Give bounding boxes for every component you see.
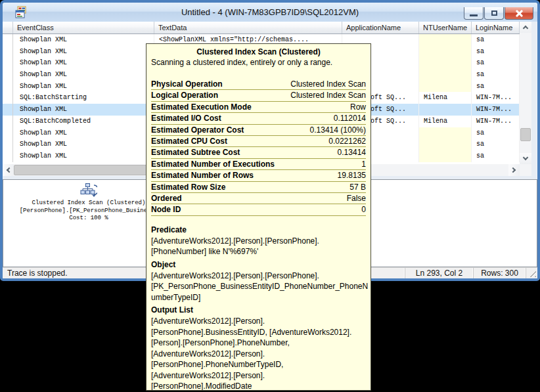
tooltip-property-row: Estimated Operator Cost 0.13414 (100%)	[151, 125, 366, 136]
scroll-down-button[interactable]	[520, 153, 531, 164]
column-header-loginname[interactable]: LoginName	[472, 22, 520, 33]
ntusername-cell	[419, 69, 472, 81]
resize-grip[interactable]	[526, 268, 537, 278]
loginname-cell: sa	[472, 127, 520, 139]
section-text-line: [PersonPhone].BusinessEntityID, [Adventu…	[151, 327, 366, 338]
ntusername-cell	[419, 34, 472, 46]
row-selector-cell	[3, 127, 13, 139]
cursor-position-panel: Ln 293, Col 2	[405, 268, 473, 278]
tooltip-section: Object [AdventureWorks2012].[Person].[Pe…	[151, 259, 366, 303]
property-label: Estimated CPU Cost	[151, 137, 227, 146]
ntusername-cell	[419, 104, 472, 116]
loginname-cell: sa	[472, 57, 520, 69]
loginname-cell: sa	[472, 34, 520, 46]
eventclass-cell: Showplan XML	[13, 57, 154, 69]
row-selector-cell	[3, 34, 13, 46]
chevron-left-icon	[7, 167, 12, 173]
scrollbar-corner	[520, 164, 531, 176]
desktop-background: Untitled - 4 (WIN-7M83GPB7ID9\SQL2012VM)…	[0, 0, 540, 392]
grid-header-row: EventClass TextData ApplicationName NTUs…	[3, 22, 520, 34]
loginname-cell: sa	[472, 139, 520, 150]
tooltip-section: Predicate [AdventureWorks2012].[Person].…	[151, 225, 366, 257]
loginname-cell: WIN-7M...	[472, 92, 520, 104]
loginname-cell: sa	[472, 69, 520, 81]
operator-tooltip: Clustered Index Scan (Clustered) Scannin…	[146, 43, 371, 391]
property-label: Estimated I/O Cost	[151, 114, 221, 123]
window-title: Untitled - 4 (WIN-7M83GPB7ID9\SQL2012VM)	[3, 3, 537, 22]
tooltip-property-row: Estimated Execution Mode Row	[151, 102, 366, 113]
property-value: 0	[361, 205, 366, 214]
property-label: Node ID	[151, 205, 181, 214]
column-header-applicationname[interactable]: ApplicationName	[342, 22, 419, 33]
section-text-line: [PersonPhone].ModifiedDate	[151, 381, 366, 391]
loginname-cell: sa	[472, 46, 520, 58]
loginname-cell: sa	[472, 150, 520, 162]
eventclass-cell: Showplan XML	[13, 81, 154, 93]
close-icon	[515, 9, 523, 17]
column-header-textdata[interactable]: TextData	[154, 22, 342, 33]
horizontal-scrollbar-thumb[interactable]	[14, 165, 147, 175]
scroll-left-button[interactable]	[3, 164, 14, 176]
property-label: Estimated Number of Executions	[151, 160, 275, 169]
row-selector-cell	[3, 150, 13, 162]
column-header-ntusername[interactable]: NTUserName	[419, 22, 472, 33]
plan-node-label-line: Cost: 100 %	[12, 215, 165, 223]
property-value: 0.13414	[338, 148, 366, 157]
vertical-scrollbar-thumb[interactable]	[520, 128, 531, 141]
tooltip-sections: Predicate [AdventureWorks2012].[Person].…	[151, 225, 366, 391]
minimize-button[interactable]	[464, 7, 484, 20]
chevron-down-icon	[523, 155, 528, 160]
section-text-line: [AdventureWorks2012].[Person].	[151, 370, 366, 381]
tooltip-property-row: Ordered False	[151, 193, 366, 204]
window-controls	[464, 7, 533, 20]
section-text-line: [AdventureWorks2012].[Person].[PersonPho…	[151, 271, 366, 282]
property-value: 19.8135	[338, 171, 366, 180]
property-label: Estimated Row Size	[151, 183, 225, 192]
tooltip-property-row: Estimated Number of Executions 1	[151, 159, 366, 170]
ntusername-cell	[419, 46, 472, 58]
column-header-eventclass[interactable]: EventClass	[13, 22, 154, 33]
row-selector-cell	[3, 57, 13, 69]
eventclass-cell: SQL:BatchCompleted	[13, 116, 154, 127]
tooltip-description: Scanning a clustered index, entirely or …	[151, 58, 366, 67]
row-selector-cell	[3, 92, 13, 104]
property-value: False	[347, 194, 366, 203]
eventclass-cell: Showplan XML	[13, 46, 154, 58]
row-count-panel: Rows: 300	[473, 268, 526, 278]
clustered-index-scan-icon	[80, 183, 97, 198]
property-label: Logical Operation	[151, 91, 218, 100]
property-value: 1	[361, 160, 366, 169]
section-text-line: [PersonPhone].PhoneNumberTypeID,	[151, 359, 366, 370]
section-title: Object	[151, 259, 366, 271]
tooltip-property-row: Estimated I/O Cost 0.112014	[151, 113, 366, 124]
row-selector-cell	[3, 104, 13, 116]
tooltip-property-row: Estimated CPU Cost 0.0221262	[151, 136, 366, 147]
property-value: Clustered Index Scan	[290, 91, 366, 100]
restore-button[interactable]	[484, 7, 504, 20]
section-text-line: umberTypeID]	[151, 292, 366, 303]
property-value: 0.0221262	[328, 137, 366, 146]
plan-node-label-line: Clustered Index Scan (Clustered)	[12, 200, 165, 207]
chevron-up-icon	[523, 26, 528, 31]
tooltip-properties: Physical Operation Clustered Index Scan …	[151, 79, 366, 216]
plan-node-label-line: [PersonPhone].[PK_PersonPhone_BusinessE	[12, 207, 165, 215]
section-title: Predicate	[151, 225, 366, 236]
scroll-up-button[interactable]	[520, 22, 531, 33]
scroll-right-button[interactable]	[508, 164, 520, 176]
section-text-line: [AdventureWorks2012].[Person].	[151, 316, 366, 327]
property-label: Ordered	[151, 194, 182, 203]
ntusername-cell: Milena	[419, 116, 472, 127]
property-value: Clustered Index Scan	[290, 79, 366, 89]
eventclass-cell: SQL:BatchStarting	[13, 92, 154, 104]
ntusername-cell	[419, 150, 472, 162]
plan-node-clustered-index-scan[interactable]: Clustered Index Scan (Clustered)[PersonP…	[12, 183, 165, 223]
ntusername-cell	[419, 127, 472, 139]
property-value: 57 B	[349, 183, 366, 192]
tooltip-property-row: Physical Operation Clustered Index Scan	[151, 79, 366, 90]
tooltip-title: Clustered Index Scan (Clustered)	[151, 46, 366, 56]
header-row-selector[interactable]	[3, 22, 13, 33]
vertical-scrollbar[interactable]	[520, 22, 531, 164]
chevron-right-icon	[510, 167, 516, 173]
title-bar[interactable]: Untitled - 4 (WIN-7M83GPB7ID9\SQL2012VM)	[3, 3, 537, 22]
close-button[interactable]	[505, 7, 533, 20]
